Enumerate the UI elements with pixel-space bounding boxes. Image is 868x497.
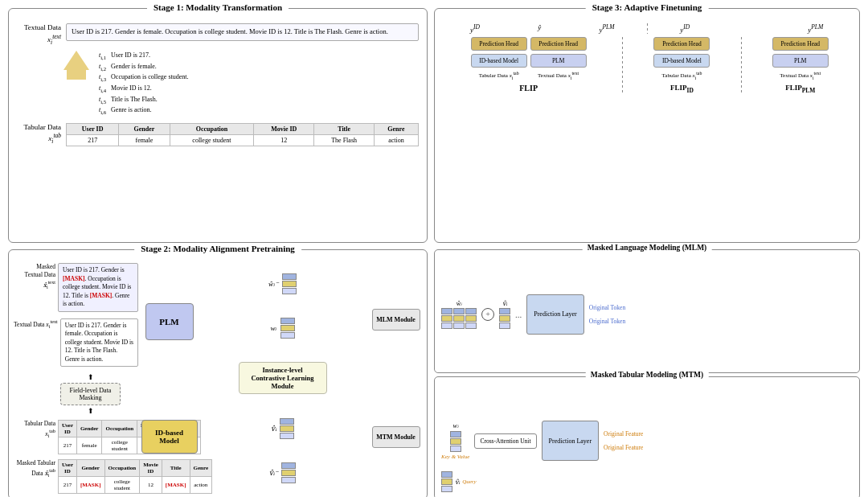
stage2-content: MaskedTextual Datax̂itext User ID is 217… [9, 250, 427, 497]
masked-text-label: MaskedTextual Datax̂itext [14, 263, 55, 290]
stage3-content: yID ŷ yPLM yID yPLM Prediction Head Pr [435, 9, 859, 242]
masked-tabular-label: Masked Tabular Data x̂itab [14, 459, 55, 479]
field-mask-box: Field-level Data Masking [60, 383, 121, 405]
text-row-s2: Textual Data xitext User ID is 217. Gend… [14, 318, 138, 368]
s2-module-col: MLM Module MTM Module [370, 263, 422, 494]
plus-icon: + [481, 308, 494, 321]
textual-src-flip: Textual Data xitext [530, 71, 587, 80]
mlm-inner: ŵᵢ [441, 261, 853, 368]
contrastive-box: Instance-level Contrastive Learning Modu… [239, 362, 327, 394]
textual-label: Textual Data xitext [17, 23, 61, 46]
v-hat-query: v̂ᵢ Query [441, 471, 477, 492]
v-hat-matrix: v̂ᵢ [499, 300, 510, 329]
v-hat-minus-row: v̂ᵢ⁻ [269, 462, 297, 483]
masked-text-box: User ID is 217. Gender is [MASK]. Occupa… [58, 263, 138, 312]
mtm-panel: Masked Tabular Modeling (MTM) wᵢ Key & V… [434, 376, 860, 498]
w-hat-minus-row: ŵᵢ⁻ [268, 273, 297, 294]
tabular-table: User ID Gender Occupation Movie ID Title… [66, 123, 419, 146]
plm-s2: PLM [145, 303, 194, 340]
id-model-s2: ID-based Model [141, 420, 198, 454]
table-row: 217 female college student 12 The Flash … [67, 134, 419, 146]
col-occupation: Occupation [170, 123, 253, 134]
w-i-mtm-label: wᵢ [453, 422, 458, 429]
col-title: Title [314, 123, 374, 134]
w-row: wᵢ [270, 318, 294, 339]
query-label: Query [462, 479, 477, 485]
mlm-mtm-content: Masked Language Modeling (MLM) ŵᵢ [431, 246, 863, 497]
stage1-box: Stage 1: Modality Transformation Textual… [8, 8, 428, 243]
stage2-title: Stage 2: Modality Alignment Pretraining [134, 244, 301, 253]
mlm-title: Masked Language Modeling (MLM) [583, 244, 712, 252]
id-model-flipid: ID-based Model [653, 54, 710, 68]
mlm-pred-layer: Prediction Layer [526, 294, 584, 335]
text-box-s2: User ID is 217. Gender is female. Occupa… [60, 318, 138, 368]
orig-token-2: Original Token [589, 318, 625, 325]
mtm-inner: wᵢ Key & Value Cross-Attention Unit Pred… [441, 388, 853, 495]
y-id-label: yID [470, 23, 480, 34]
col-gender: Gender [119, 123, 170, 134]
plm-flip: PLM [530, 54, 587, 68]
mtm-title: Masked Tabular Modeling (MTM) [586, 371, 709, 379]
v-hat-row: v̂ᵢ [271, 418, 294, 439]
mtm-pred-layer: Prediction Layer [542, 421, 600, 461]
flipplm-label: FLIPPLM [785, 84, 815, 94]
tabular-label: Tabular Data xitab [17, 123, 61, 146]
orig-feature-labels: Original Feature Original Feature [604, 430, 643, 451]
pred-head-flip-id: Prediction Head [653, 37, 710, 51]
orig-token-1: Original Token [589, 304, 625, 311]
v-hat-minus-label: v̂ᵢ⁻ [269, 469, 279, 477]
y-id2-label: yID [680, 23, 690, 34]
tabular-label-s2: Tabular Data xitab [14, 420, 55, 439]
pred-head-id-flip: Prediction Head [471, 37, 527, 51]
textual-content-box: User ID is 217. Gender is female. Occupa… [66, 23, 419, 41]
tabular-src-flipid: Tabular Data xitab [653, 71, 710, 80]
orig-feature-2: Original Feature [604, 444, 643, 451]
textual-src-flipplm: Textual Data xitext [772, 71, 829, 80]
field-mask-row: ⬆ Field-level Data Masking ⬆ [14, 373, 138, 415]
mlm-mtm-area: Masked Language Modeling (MLM) ŵᵢ [431, 246, 863, 497]
w-label: wᵢ [270, 324, 276, 332]
flipid-label: FLIPID [670, 84, 694, 94]
w-hat-minus-label: ŵᵢ⁻ [268, 280, 279, 288]
col-genre: Genre [374, 123, 418, 134]
y-plm2-label: yPLM [808, 23, 823, 34]
stage1-content: Textual Data xitext User ID is 217. Gend… [9, 9, 427, 242]
key-val-label: Key & Value [441, 454, 469, 460]
tabular-data-section: Tabular Data xitab User ID Gender Occupa… [17, 123, 419, 146]
w-hat-i-label: ŵᵢ [457, 300, 461, 307]
col-userid: User ID [67, 123, 119, 134]
w-mtm: wᵢ Key & Value [441, 422, 469, 460]
pred-head-plm-flip: Prediction Head [530, 37, 587, 51]
plm-flipplm: PLM [772, 54, 829, 68]
v-hat-label: v̂ᵢ [271, 425, 276, 433]
flip-label: FLIP [519, 84, 538, 92]
id-model-flip: ID-based Model [471, 54, 527, 68]
orig-feature-1: Original Feature [604, 430, 643, 437]
dots-label: ... [515, 310, 522, 319]
mlm-panel: Masked Language Modeling (MLM) ŵᵢ [434, 249, 860, 373]
orig-token-labels: Original Token Original Token [589, 304, 625, 325]
v-hat-mtm-label: v̂ᵢ [455, 479, 460, 486]
pred-head-flip-plm: Prediction Head [772, 37, 829, 51]
col-movieid: Movie ID [254, 123, 314, 134]
mlm-module-box: MLM Module [372, 309, 420, 331]
v-hat-i-label: v̂ᵢ [502, 300, 507, 307]
stage3-box: Stage 3: Adaptive Finetuning yID ŷ yPLM … [434, 8, 860, 243]
textual-content: User ID is 217. Gender is female. Occupa… [72, 27, 388, 35]
s2-left-col: MaskedTextual Datax̂itext User ID is 217… [14, 263, 138, 494]
s2-center-col: PLM ID-based Model [143, 263, 195, 494]
mtm-module-box: MTM Module [372, 426, 420, 448]
y-plm-label: yPLM [599, 23, 614, 34]
main-container: Stage 1: Modality Transformation Textual… [0, 0, 868, 497]
tabular-row-s2: Tabular Data xitab User IDGenderOccupati… [14, 420, 138, 454]
stage2-box: Stage 2: Modality Alignment Pretraining … [8, 249, 428, 497]
stage3-title: Stage 3: Adaptive Finetuning [586, 2, 709, 12]
cross-attn-box: Cross-Attention Unit [474, 433, 536, 449]
y-hat-label: ŷ [538, 23, 541, 34]
w-hat-matrix: ŵᵢ [441, 300, 477, 329]
masked-tabular-row: Masked Tabular Data x̂itab User IDGender… [14, 459, 138, 494]
s2-right-col: ŵᵢ⁻ wᵢ Instan [200, 263, 365, 494]
textual-data-row: Textual Data xitext User ID is 217. Gend… [17, 23, 419, 46]
stage1-table: User ID Gender Occupation Movie ID Title… [66, 123, 419, 146]
tabular-src-flip: Tabular Data xitab [471, 71, 527, 80]
